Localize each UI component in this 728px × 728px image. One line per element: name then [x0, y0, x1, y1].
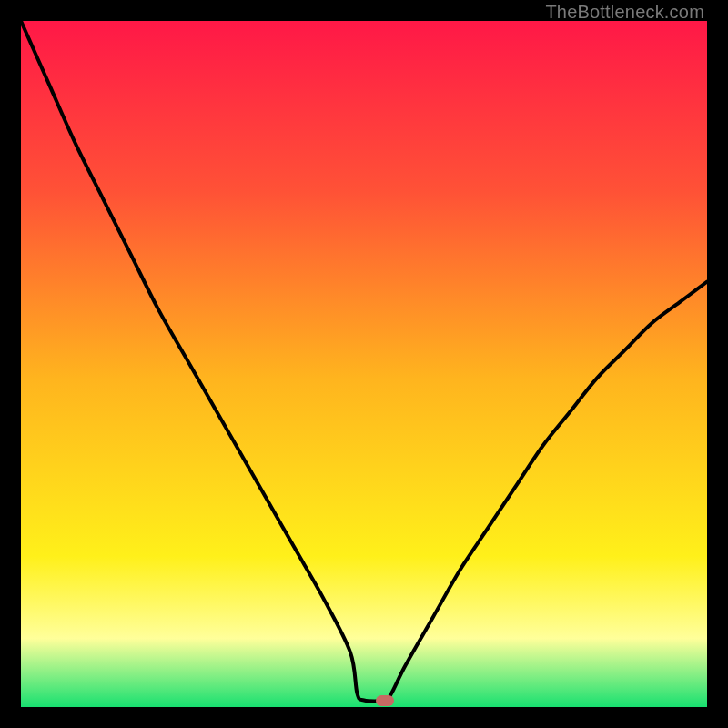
- bottleneck-curve: [21, 21, 707, 701]
- chart-frame: TheBottleneck.com: [0, 0, 728, 728]
- watermark-text: TheBottleneck.com: [545, 2, 704, 23]
- plot-area: [21, 21, 707, 707]
- optimal-point-marker: [376, 695, 394, 706]
- bottleneck-curve-layer: [21, 21, 707, 707]
